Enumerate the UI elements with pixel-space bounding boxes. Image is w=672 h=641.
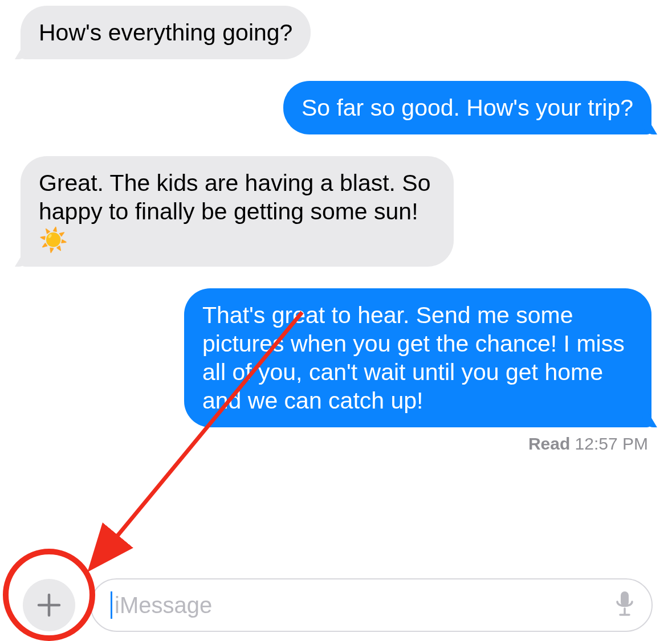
message-row: Great. The kids are having a blast. So h…	[21, 156, 651, 267]
read-receipt: Read 12:57 PM	[21, 434, 651, 454]
message-text: That's great to hear. Send me some pictu…	[202, 302, 625, 414]
message-text: How's everything going?	[39, 19, 292, 46]
received-message-bubble[interactable]: How's everything going?	[21, 6, 311, 59]
sent-message-bubble[interactable]: That's great to hear. Send me some pictu…	[184, 288, 651, 427]
plus-icon	[36, 593, 62, 618]
message-row: So far so good. How's your trip?	[21, 81, 651, 134]
read-receipt-label: Read	[528, 434, 570, 453]
message-row: How's everything going?	[21, 6, 651, 59]
compose-bar: iMessage	[0, 578, 672, 632]
svg-rect-2	[621, 591, 629, 606]
add-attachment-button[interactable]	[23, 579, 75, 631]
received-message-bubble[interactable]: Great. The kids are having a blast. So h…	[21, 156, 454, 267]
message-row: That's great to hear. Send me some pictu…	[21, 288, 651, 427]
sent-message-bubble[interactable]: So far so good. How's your trip?	[283, 81, 651, 134]
dictation-button[interactable]	[610, 591, 639, 619]
message-text: Great. The kids are having a blast. So h…	[39, 170, 431, 253]
message-input[interactable]: iMessage	[90, 578, 653, 632]
read-receipt-time: 12:57 PM	[575, 434, 648, 453]
text-cursor	[111, 591, 112, 619]
messages-list: How's everything going? So far so good. …	[0, 6, 672, 454]
message-input-placeholder: iMessage	[115, 593, 610, 618]
message-text: So far so good. How's your trip?	[302, 95, 633, 121]
microphone-icon	[614, 590, 635, 620]
